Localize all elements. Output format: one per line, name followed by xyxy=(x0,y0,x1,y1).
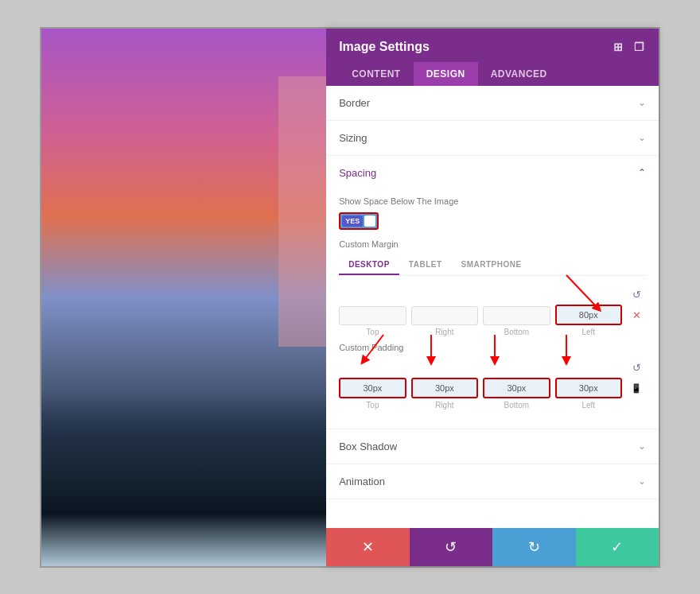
toggle-yes-label: YES xyxy=(342,215,363,227)
padding-left-input[interactable] xyxy=(555,378,622,398)
box-shadow-chevron-icon: ⌄ xyxy=(638,441,646,452)
custom-padding-label: Custom Padding xyxy=(339,343,646,352)
redo-button[interactable]: ↻ xyxy=(492,528,575,566)
margin-left-col: Left xyxy=(555,305,622,336)
custom-padding-section: Custom Padding Top Right xyxy=(339,343,646,410)
tab-advanced[interactable]: Advanced xyxy=(478,62,560,86)
border-section: Border ⌄ xyxy=(326,86,659,121)
save-button[interactable]: ✓ xyxy=(576,528,659,566)
margin-top-label: Top xyxy=(366,328,379,336)
panel-header: Image Settings ⊞ ❐ Content Design Advanc… xyxy=(326,29,659,86)
sizing-chevron-icon: ⌄ xyxy=(638,132,646,143)
device-tab-tablet[interactable]: TABLET xyxy=(399,255,452,275)
padding-actions: ↺ 📱 xyxy=(627,359,646,410)
custom-margin-section: Custom Margin DESKTOP TABLET SMARTPHONE … xyxy=(339,239,646,336)
margin-actions: ↺ ✕ xyxy=(627,285,646,336)
panel-title-text: Image Settings xyxy=(339,40,430,54)
margin-reset-icon[interactable]: ↺ xyxy=(627,285,646,305)
padding-left-col: Left xyxy=(555,378,622,410)
spacing-section-header[interactable]: Spacing ⌃ xyxy=(326,156,659,190)
animation-section-title: Animation xyxy=(339,476,385,487)
device-tabs: DESKTOP TABLET SMARTPHONE xyxy=(339,255,646,276)
panel-title-icons: ⊞ ❐ xyxy=(611,40,646,54)
panel-body: Border ⌄ Sizing ⌄ Spacing ⌃ Sh xyxy=(326,86,659,528)
padding-bottom-col: Bottom xyxy=(483,378,550,410)
device-tab-smartphone[interactable]: SMARTPHONE xyxy=(452,255,531,275)
animation-section: Animation ⌄ xyxy=(326,464,659,499)
margin-input-row: Top Right Bottom xyxy=(339,285,646,336)
padding-right-label: Right xyxy=(435,401,453,410)
panel-tabs: Content Design Advanced xyxy=(339,62,646,86)
resize-icon[interactable]: ⊞ xyxy=(611,40,625,54)
margin-left-label: Left xyxy=(581,328,595,336)
margin-right-input[interactable] xyxy=(411,306,478,325)
padding-right-input[interactable] xyxy=(411,378,478,398)
padding-left-label: Left xyxy=(581,401,595,410)
sizing-section-title: Sizing xyxy=(339,132,367,144)
image-area xyxy=(41,29,326,566)
margin-left-input[interactable] xyxy=(555,305,622,325)
margin-top-col: Top xyxy=(339,306,406,336)
cancel-button[interactable]: ✕ xyxy=(326,528,409,566)
border-chevron-icon: ⌄ xyxy=(638,97,646,108)
panel-title-row: Image Settings ⊞ ❐ xyxy=(339,40,646,54)
pink-overlay xyxy=(278,76,326,347)
device-tab-desktop[interactable]: DESKTOP xyxy=(339,255,399,275)
settings-panel: Image Settings ⊞ ❐ Content Design Advanc… xyxy=(326,29,659,566)
margin-bottom-label: Bottom xyxy=(504,328,529,336)
sizing-section: Sizing ⌄ xyxy=(326,121,659,156)
panel-footer: ✕ ↺ ↻ ✓ xyxy=(326,528,659,566)
tab-design[interactable]: Design xyxy=(414,62,478,86)
padding-mobile-icon[interactable]: 📱 xyxy=(627,379,646,398)
margin-bottom-col: Bottom xyxy=(483,306,550,336)
animation-chevron-icon: ⌄ xyxy=(638,476,646,487)
margin-top-input[interactable] xyxy=(339,306,406,325)
sizing-section-header[interactable]: Sizing ⌄ xyxy=(326,121,659,155)
padding-top-label: Top xyxy=(366,401,379,410)
toggle-handle xyxy=(364,215,375,227)
padding-top-input[interactable] xyxy=(339,378,406,398)
tab-content[interactable]: Content xyxy=(339,62,414,86)
margin-right-col: Right xyxy=(411,306,478,336)
outer-frame: Image Settings ⊞ ❐ Content Design Advanc… xyxy=(40,27,660,568)
spacing-section-title: Spacing xyxy=(339,167,376,179)
border-section-title: Border xyxy=(339,97,370,109)
padding-reset-icon[interactable]: ↺ xyxy=(627,359,646,378)
animation-section-header[interactable]: Animation ⌄ xyxy=(326,464,659,499)
padding-right-col: Right xyxy=(411,378,478,410)
padding-top-col: Top xyxy=(339,378,406,410)
undo-button[interactable]: ↺ xyxy=(410,528,492,566)
show-space-label: Show Space Below The Image xyxy=(339,196,646,206)
box-shadow-section: Box Shadow ⌄ xyxy=(326,429,659,464)
box-shadow-section-header[interactable]: Box Shadow ⌄ xyxy=(326,429,659,464)
margin-bottom-input[interactable] xyxy=(483,306,550,325)
box-shadow-section-title: Box Shadow xyxy=(339,441,397,452)
expand-icon[interactable]: ❐ xyxy=(632,40,646,54)
spacing-section-content: Show Space Below The Image YES Custom Ma… xyxy=(326,190,659,429)
spacing-chevron-icon: ⌃ xyxy=(638,167,646,178)
toggle-row: YES xyxy=(339,212,646,230)
padding-bottom-label: Bottom xyxy=(504,401,529,410)
margin-clear-icon[interactable]: ✕ xyxy=(627,306,646,325)
spacing-section: Spacing ⌃ Show Space Below The Image YES xyxy=(326,156,659,429)
padding-bottom-input[interactable] xyxy=(483,378,550,398)
border-section-header[interactable]: Border ⌄ xyxy=(326,86,659,120)
toggle-switch[interactable]: YES xyxy=(339,212,379,230)
padding-input-row: Top Right Bottom xyxy=(339,359,646,410)
margin-right-label: Right xyxy=(435,328,453,336)
custom-margin-label: Custom Margin xyxy=(339,239,646,249)
